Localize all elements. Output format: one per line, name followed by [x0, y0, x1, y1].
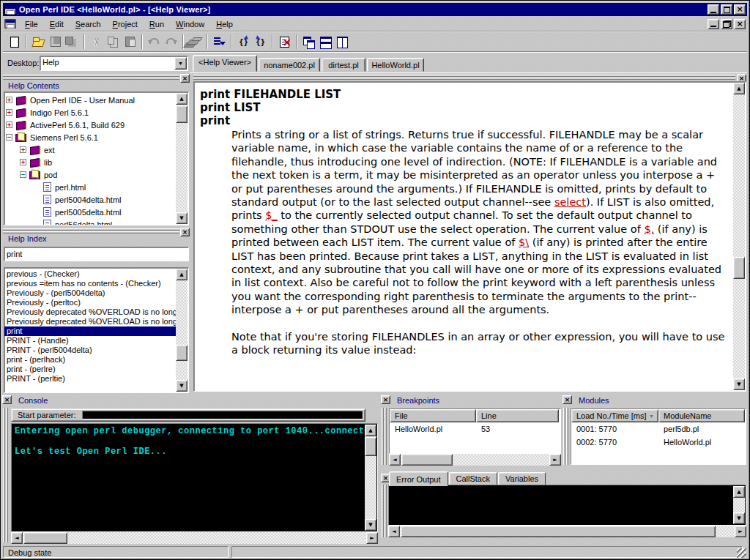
tree-item[interactable]: perl5005delta.html: [6, 206, 188, 218]
column-header-line[interactable]: Line: [476, 409, 559, 422]
maximize-button[interactable]: [721, 4, 732, 15]
list-item[interactable]: previous - (Checker): [4, 269, 188, 279]
help-index-close-icon[interactable]: [180, 228, 190, 236]
column-header-modulename[interactable]: ModuleName: [658, 409, 745, 422]
help-index-search-input[interactable]: [4, 247, 189, 261]
tree-scrollbar[interactable]: ▲ ▼: [176, 93, 188, 224]
console-scrollbar[interactable]: ▲ ▼: [365, 425, 376, 531]
help-index-grip[interactable]: [3, 228, 179, 234]
expand-plus-icon[interactable]: +: [6, 122, 12, 128]
scroll-down-icon[interactable]: ▼: [365, 519, 376, 531]
help-link[interactable]: $\: [519, 236, 529, 248]
scroll-up-icon[interactable]: ▲: [365, 425, 376, 436]
help-link[interactable]: $,: [644, 223, 654, 235]
tree-item[interactable]: +ext: [6, 143, 188, 156]
help-index-list[interactable]: previous - (Checker)previous =item has n…: [4, 267, 189, 393]
tab-callstack[interactable]: CallStack: [449, 472, 497, 485]
scrollbar-thumb[interactable]: [401, 526, 716, 537]
new-file-button[interactable]: [6, 34, 23, 50]
scrollbar-thumb[interactable]: [733, 257, 745, 279]
menu-item-edit[interactable]: Edit: [44, 18, 70, 30]
scroll-left-icon[interactable]: ◄: [388, 526, 400, 537]
restore-button[interactable]: [721, 19, 732, 29]
scrollbar-thumb[interactable]: [365, 437, 376, 456]
menu-item-file[interactable]: File: [19, 18, 44, 30]
breakpoints-grip[interactable]: [382, 408, 387, 465]
list-item[interactable]: print: [4, 326, 176, 336]
scroll-down-icon[interactable]: ▼: [176, 212, 188, 224]
resize-grip[interactable]: [737, 548, 746, 558]
console-close-icon[interactable]: [2, 395, 12, 404]
table-row[interactable]: 0001: 5770perl5db.pl: [571, 422, 746, 436]
scroll-up-icon[interactable]: ▲: [733, 486, 745, 498]
breakpoints-hscrollbar[interactable]: ◄ ►: [389, 454, 561, 466]
chevron-down-icon[interactable]: ▼: [174, 57, 187, 70]
table-row[interactable]: 0002: 5770HelloWorld.pl: [571, 436, 746, 449]
column-header-file[interactable]: File: [390, 409, 476, 422]
list-item[interactable]: PRINT - (perl5004delta): [4, 346, 188, 355]
scroll-left-icon[interactable]: ◄: [11, 532, 23, 544]
column-header-load-no-time-ms-[interactable]: Load No./Time [ms]▼: [571, 409, 658, 422]
expand-plus-icon[interactable]: +: [6, 109, 12, 116]
menu-item-run[interactable]: Run: [144, 18, 170, 30]
help-link[interactable]: $_: [265, 209, 277, 221]
tab--help-viewer-[interactable]: <Help Viewer>: [193, 55, 257, 72]
scrollbar-thumb[interactable]: [401, 454, 453, 466]
open-file-button[interactable]: [30, 34, 47, 50]
tab-helloworld-pl[interactable]: HelloWorld.pl: [367, 58, 424, 72]
tree-item[interactable]: +ActivePerl 5.6.1, Build 629: [6, 119, 188, 131]
console-output[interactable]: Entering open perl debugger, connecting …: [11, 423, 378, 532]
scrollbar-thumb[interactable]: [23, 532, 67, 544]
scroll-up-icon[interactable]: ▲: [176, 269, 188, 280]
help-viewer-content[interactable]: print FILEHANDLE LIST print LIST print P…: [193, 81, 746, 392]
tab-error-output[interactable]: Error Output: [389, 471, 448, 486]
close-button[interactable]: [734, 4, 746, 15]
menu-item-search[interactable]: Search: [70, 18, 107, 30]
expand-plus-icon[interactable]: +: [20, 146, 26, 153]
table-row[interactable]: HelloWorld.pl53: [390, 422, 560, 436]
close-button[interactable]: [734, 19, 746, 29]
tree-item[interactable]: +Open Perl IDE - User Manual: [6, 94, 188, 106]
scroll-down-icon[interactable]: ▼: [176, 380, 188, 392]
scroll-right-icon[interactable]: ►: [366, 532, 378, 544]
scroll-up-icon[interactable]: ▲: [176, 93, 188, 105]
scroll-down-icon[interactable]: ▼: [733, 378, 745, 390]
help-contents-close-icon[interactable]: [180, 74, 190, 83]
collapse-minus-icon[interactable]: −: [20, 171, 26, 178]
output-panel-grip[interactable]: [382, 485, 387, 537]
tab-variables[interactable]: Variables: [498, 472, 546, 485]
expand-plus-icon[interactable]: +: [6, 97, 12, 103]
scrollbar-thumb[interactable]: [176, 345, 188, 361]
breakpoints-table[interactable]: FileLineHelloWorld.pl53: [389, 408, 561, 454]
help-link[interactable]: select: [554, 196, 586, 208]
desktop-combobox[interactable]: Help ▼: [40, 56, 188, 71]
modules-table[interactable]: Load No./Time [ms]▼ModuleName0001: 5770p…: [571, 408, 746, 465]
menu-item-project[interactable]: Project: [107, 18, 144, 30]
tree-item[interactable]: +Indigo Perl 5.6.1: [6, 106, 188, 119]
scroll-up-icon[interactable]: ▲: [733, 83, 745, 94]
list-item[interactable]: PRINT - (perltie): [4, 374, 188, 384]
list-item[interactable]: Previously deprecated %OVERLOAD is no lo…: [4, 307, 188, 317]
scroll-right-icon[interactable]: ►: [735, 526, 746, 537]
scroll-right-icon[interactable]: ►: [549, 454, 561, 466]
scroll-down-icon[interactable]: ▼: [733, 512, 745, 524]
minimize-button[interactable]: [708, 19, 719, 29]
help-contents-tree[interactable]: +Open Perl IDE - User Manual+Indigo Perl…: [4, 92, 189, 225]
list-item[interactable]: PRINT - (Handle): [4, 336, 188, 346]
tree-item[interactable]: perl.html: [6, 181, 188, 193]
next-sub-button[interactable]: [235, 34, 252, 50]
error-output-area[interactable]: ▲ ▼: [388, 485, 746, 526]
modules-close-icon[interactable]: [562, 395, 572, 404]
help-viewer-scrollbar[interactable]: ▲ ▼: [733, 83, 745, 390]
help-contents-grip[interactable]: [3, 75, 179, 80]
help-viewer-grip[interactable]: [193, 75, 735, 80]
scroll-left-icon[interactable]: ◄: [389, 454, 401, 466]
tree-item[interactable]: perl5004delta.html: [6, 193, 188, 206]
menu-item-help[interactable]: Help: [210, 18, 239, 30]
expand-plus-icon[interactable]: +: [20, 159, 26, 165]
sort-sub-list-button[interactable]: [211, 34, 228, 50]
index-scrollbar[interactable]: ▲ ▼: [176, 269, 188, 392]
list-item[interactable]: Previously - (perl5004delta): [4, 288, 188, 298]
tile-horizontal-button[interactable]: [317, 34, 334, 50]
output-scrollbar[interactable]: ▲ ▼: [733, 486, 745, 524]
